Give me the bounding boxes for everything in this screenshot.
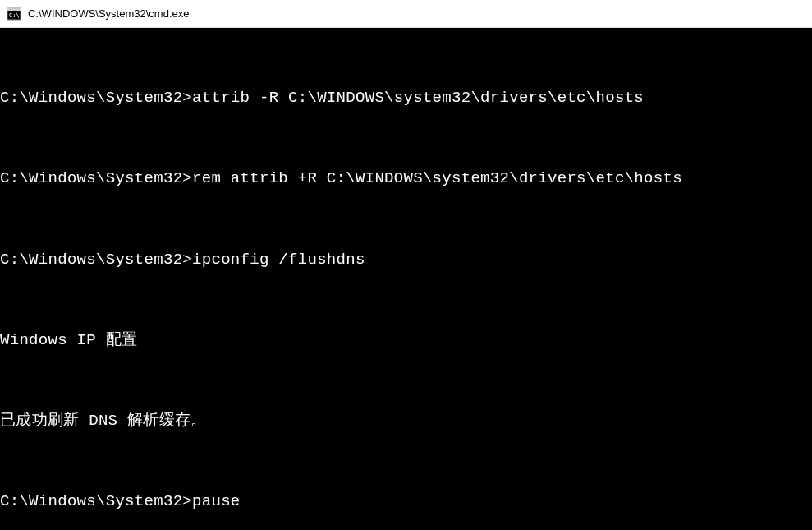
blank-line <box>0 210 812 229</box>
svg-text:C:\: C:\ <box>9 12 20 19</box>
command-line-3: C:\Windows\System32>ipconfig /flushdns <box>0 250 812 270</box>
cmd-app-icon: C:\ <box>7 7 21 21</box>
blank-line <box>0 451 812 471</box>
prompt: C:\Windows\System32> <box>0 251 192 269</box>
output-line-2: 已成功刷新 DNS 解析缓存。 <box>0 411 812 431</box>
command-text: attrib -R C:\WINDOWS\system32\drivers\et… <box>192 89 644 107</box>
command-line-2: C:\Windows\System32>rem attrib +R C:\WIN… <box>0 168 812 189</box>
blank-line <box>0 290 812 310</box>
blank-line <box>0 371 812 390</box>
command-text: ipconfig /flushdns <box>192 251 365 269</box>
command-line-4: C:\Windows\System32>pause <box>0 491 812 512</box>
prompt: C:\Windows\System32> <box>0 492 192 510</box>
prompt: C:\Windows\System32> <box>0 89 192 107</box>
blank-line <box>0 129 812 149</box>
svg-rect-1 <box>7 8 21 11</box>
output-line-1: Windows IP 配置 <box>0 330 812 351</box>
window-titlebar[interactable]: C:\ C:\WINDOWS\System32\cmd.exe <box>0 0 812 28</box>
command-line-1: C:\Windows\System32>attrib -R C:\WINDOWS… <box>0 88 812 108</box>
blank-line <box>0 48 812 68</box>
command-text: pause <box>192 492 241 510</box>
command-text: rem attrib +R C:\WINDOWS\system32\driver… <box>192 169 682 187</box>
prompt: C:\Windows\System32> <box>0 169 192 187</box>
terminal-output[interactable]: C:\Windows\System32>attrib -R C:\WINDOWS… <box>0 28 812 530</box>
window-title: C:\WINDOWS\System32\cmd.exe <box>28 7 189 20</box>
